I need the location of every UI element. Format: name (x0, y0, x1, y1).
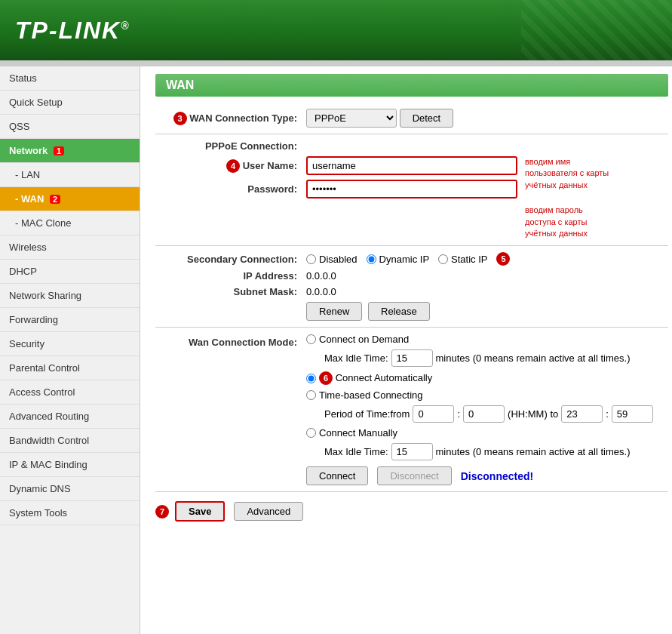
release-button[interactable]: Release (368, 302, 430, 321)
sidebar-item-quick-setup[interactable]: Quick Setup (0, 91, 140, 115)
max-idle-time-input[interactable] (391, 349, 433, 367)
save-button[interactable]: Save (175, 501, 225, 522)
connect-on-demand-radio[interactable] (306, 334, 316, 344)
sidebar-item-bandwidth-control[interactable]: Bandwidth Control (0, 429, 140, 453)
section-title: WAN (155, 74, 668, 97)
period-row: Period of Time:from : (HH:MM) to : (324, 405, 668, 423)
max-idle-time-row: Max Idle Time: minutes (0 means remain a… (324, 349, 668, 367)
pppoe-connection-row: PPPoE Connection: (155, 140, 668, 152)
header-divider (0, 60, 672, 66)
ip-address-label: IP Address: (155, 270, 306, 282)
sidebar-item-ip-mac-binding[interactable]: IP & MAC Binding (0, 453, 140, 477)
sidebar-item-dhcp[interactable]: DHCP (0, 260, 140, 284)
time-hhmm-label: (HH:MM) to (508, 408, 558, 420)
main-layout: Status Quick Setup QSS Network 1 - LAN -… (0, 66, 672, 634)
advanced-button[interactable]: Advanced (234, 502, 303, 521)
disabled-radio[interactable] (306, 254, 316, 264)
detect-button[interactable]: Detect (400, 109, 454, 128)
sidebar-item-network[interactable]: Network 1 (0, 139, 140, 163)
sidebar-item-forwarding[interactable]: Forwarding (0, 308, 140, 332)
logo: TP-LINK® (15, 17, 130, 45)
disabled-radio-label[interactable]: Disabled (306, 254, 357, 265)
wan-badge: 2 (50, 195, 60, 204)
subnet-mask-row: Subnet Mask: 0.0.0.0 (155, 286, 668, 297)
max-idle-time2-row: Max Idle Time: minutes (0 means remain a… (324, 443, 668, 460)
wan-connection-type-value: PPPoE Dynamic IP Static IP L2TP PPTP Det… (306, 109, 668, 128)
step5-badge: 5 (496, 252, 510, 266)
connect-button[interactable]: Connect (306, 466, 368, 485)
step7-badge: 7 (155, 505, 169, 519)
step4-badge: 4 (226, 159, 240, 173)
static-ip-radio[interactable] (438, 254, 448, 264)
time-based-option: Time-based Connecting (306, 389, 668, 401)
sidebar-item-advanced-routing[interactable]: Advanced Routing (0, 405, 140, 429)
ip-address-row: IP Address: 0.0.0.0 (155, 270, 668, 282)
sidebar: Status Quick Setup QSS Network 1 - LAN -… (0, 66, 140, 634)
connect-manually-label: Connect Manually (319, 427, 397, 439)
renew-release-row: Renew Release (155, 302, 668, 321)
time-based-label: Time-based Connecting (319, 389, 423, 401)
max-idle-time2-input[interactable] (391, 443, 433, 460)
sidebar-item-wireless[interactable]: Wireless (0, 235, 140, 260)
sidebar-item-wan[interactable]: - WAN 2 (0, 187, 140, 211)
sidebar-item-network-sharing[interactable]: Network Sharing (0, 284, 140, 308)
wan-connection-mode-label: Wan Connection Mode: (155, 334, 306, 348)
wan-connection-type-select[interactable]: PPPoE Dynamic IP Static IP L2TP PPTP (306, 109, 397, 128)
secondary-connection-group: Disabled Dynamic IP Static IP 5 (306, 252, 668, 266)
connect-automatically-label: 6 Connect Automatically (319, 371, 432, 385)
sidebar-item-qss[interactable]: QSS (0, 115, 140, 139)
step6-badge: 6 (319, 371, 333, 385)
subnet-mask-label: Subnet Mask: (155, 286, 306, 297)
sidebar-item-dynamic-dns[interactable]: Dynamic DNS (0, 477, 140, 501)
disconnected-status: Disconnected! (461, 470, 533, 482)
logo-text: TP-LINK (15, 17, 121, 44)
wan-connection-mode-row: Wan Connection Mode: Connect on Demand M… (155, 334, 668, 485)
disconnect-button[interactable]: Disconnect (377, 466, 451, 485)
username-row-wrapper: 4 User Name: Password: (155, 156, 668, 239)
logo-reg: ® (121, 20, 130, 32)
sidebar-item-status[interactable]: Status (0, 66, 140, 91)
max-idle-time-label: Max Idle Time: (324, 352, 388, 364)
password-row: Password: (155, 180, 517, 199)
time-to-h-input[interactable] (561, 405, 603, 423)
connect-automatically-radio[interactable] (306, 374, 316, 383)
sidebar-item-access-control[interactable]: Access Control (0, 380, 140, 405)
sidebar-item-lan[interactable]: - LAN (0, 163, 140, 187)
pppoe-connection-label: PPPoE Connection: (155, 140, 306, 152)
connect-on-demand-option: Connect on Demand (306, 334, 668, 345)
subnet-mask-value: 0.0.0.0 (306, 286, 668, 297)
network-badge: 1 (54, 146, 64, 155)
connect-row: Connect Disconnect Disconnected! (306, 466, 668, 485)
password-label: Password: (155, 183, 306, 195)
period-label: Period of Time:from (324, 408, 410, 420)
wan-connection-type-row: 3 WAN Connection Type: PPPoE Dynamic IP … (155, 109, 668, 128)
username-input[interactable] (306, 156, 517, 175)
annotation-username: вводим имя пользователя с карты учётных … (525, 156, 668, 191)
connect-manually-option: Connect Manually (306, 427, 668, 439)
wan-connection-type-label: 3 WAN Connection Type: (155, 112, 306, 125)
secondary-connection-row: Secondary Connection: Disabled Dynamic I… (155, 252, 668, 266)
max-idle-time2-label: Max Idle Time: (324, 446, 388, 457)
max-idle-time-suffix: minutes (0 means remain active at all ti… (436, 352, 631, 364)
sidebar-item-security[interactable]: Security (0, 332, 140, 356)
time-from-m-input[interactable] (463, 405, 505, 423)
time-to-m-input[interactable] (612, 405, 653, 423)
max-idle-time2-suffix: minutes (0 means remain active at all ti… (436, 446, 631, 457)
sidebar-item-parental-control[interactable]: Parental Control (0, 356, 140, 380)
time-from-h-input[interactable] (413, 405, 454, 423)
header: TP-LINK® (0, 0, 672, 60)
annotation-password: вводим пароль доступа с карты учётных да… (525, 205, 668, 239)
connect-manually-radio[interactable] (306, 428, 316, 438)
static-ip-radio-label[interactable]: Static IP (438, 254, 487, 265)
time-based-radio[interactable] (306, 390, 316, 400)
username-row: 4 User Name: (155, 156, 517, 175)
save-row: 7 Save Advanced (155, 491, 668, 528)
dynamic-ip-radio-label[interactable]: Dynamic IP (367, 254, 429, 265)
renew-button[interactable]: Renew (306, 302, 362, 321)
dynamic-ip-radio[interactable] (367, 254, 376, 264)
sidebar-item-mac-clone[interactable]: - MAC Clone (0, 211, 140, 235)
password-input[interactable] (306, 180, 517, 199)
username-label: 4 User Name: (155, 159, 306, 173)
sidebar-item-system-tools[interactable]: System Tools (0, 501, 140, 525)
connect-on-demand-label: Connect on Demand (319, 334, 409, 345)
